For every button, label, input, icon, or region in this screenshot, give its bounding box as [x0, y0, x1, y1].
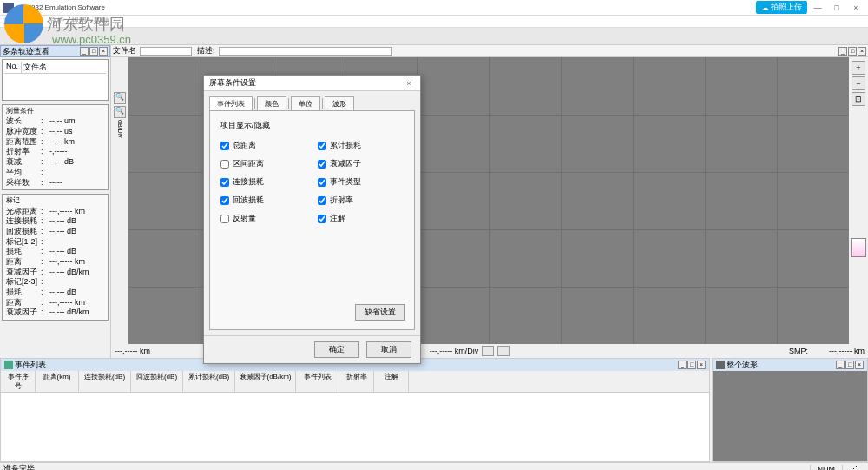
checkbox-input[interactable]	[220, 142, 229, 150]
screen-settings-dialog: 屏幕条件设置 × 事件列表 颜色 单位 波形 项目显示/隐藏 总距离累计损耗区间…	[203, 75, 421, 364]
checkbox-item[interactable]: 区间距离	[220, 158, 307, 169]
checkbox-input[interactable]	[318, 160, 326, 169]
checkbox-label: 回波损耗	[233, 195, 264, 206]
checkbox-item[interactable]: 注解	[318, 213, 404, 224]
tab-unit[interactable]: 单位	[291, 96, 320, 110]
checkbox-label: 折射率	[330, 195, 353, 206]
checkbox-label: 注解	[330, 213, 345, 224]
checkbox-item[interactable]: 折射率	[318, 195, 404, 206]
ok-button[interactable]: 确定	[314, 341, 359, 358]
checkbox-input[interactable]	[318, 215, 326, 223]
checkbox-label: 衰减因子	[330, 158, 361, 169]
checkbox-label: 累计损耗	[330, 140, 361, 151]
dialog-titlebar[interactable]: 屏幕条件设置 ×	[204, 76, 420, 91]
dialog-close-button[interactable]: ×	[403, 79, 415, 88]
checkbox-item[interactable]: 累计损耗	[318, 140, 404, 151]
checkbox-input[interactable]	[220, 196, 229, 205]
checkbox-item[interactable]: 回波损耗	[220, 195, 307, 206]
tab-waveform[interactable]: 波形	[325, 96, 354, 110]
checkbox-input[interactable]	[220, 178, 229, 187]
checkbox-label: 事件类型	[330, 176, 361, 188]
checkbox-label: 反射量	[233, 213, 256, 224]
dialog-section-title: 项目显示/隐藏	[220, 120, 404, 131]
checkbox-item[interactable]: 反射量	[220, 213, 307, 224]
checkbox-label: 总距离	[233, 140, 256, 151]
checkbox-input[interactable]	[318, 178, 326, 187]
dialog-title-text: 屏幕条件设置	[209, 77, 256, 89]
checkbox-item[interactable]: 连接损耗	[220, 176, 307, 188]
default-settings-button[interactable]: 缺省设置	[355, 304, 405, 321]
checkbox-item[interactable]: 事件类型	[318, 176, 404, 188]
checkbox-item[interactable]: 衰减因子	[318, 158, 404, 169]
dialog-tabs: 事件列表 颜色 单位 波形	[204, 91, 420, 110]
tab-event-list[interactable]: 事件列表	[209, 96, 253, 110]
tab-color[interactable]: 颜色	[257, 96, 286, 110]
checkbox-input[interactable]	[220, 215, 229, 223]
checkbox-input[interactable]	[220, 160, 229, 169]
checkbox-item[interactable]: 总距离	[220, 140, 307, 151]
checkbox-input[interactable]	[318, 142, 326, 150]
cancel-button[interactable]: 取消	[366, 341, 411, 358]
checkbox-input[interactable]	[318, 196, 326, 205]
checkbox-label: 区间距离	[233, 158, 264, 169]
checkbox-label: 连接损耗	[233, 176, 264, 188]
